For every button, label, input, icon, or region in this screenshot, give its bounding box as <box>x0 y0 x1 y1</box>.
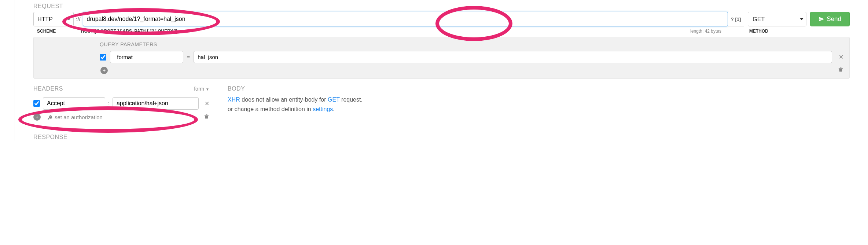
header-value-input[interactable] <box>113 97 199 110</box>
remove-header-icon[interactable]: ✕ <box>205 100 209 107</box>
field-labels-row: SCHEME HOST [ ":" PORT ] [ ABS_PATH [ "?… <box>33 29 850 34</box>
xhr-link[interactable]: XHR <box>228 96 240 103</box>
header-row: : ✕ <box>33 97 209 110</box>
key-icon <box>47 114 52 120</box>
add-header-icon[interactable]: + <box>33 113 41 121</box>
scheme-label: SCHEME <box>33 29 81 34</box>
header-key-input[interactable] <box>43 97 105 110</box>
length-text: length: 42 bytes <box>690 29 721 34</box>
query-param-value-input[interactable] <box>194 51 832 63</box>
query-parameters-panel: QUERY PARAMETERS = ✕ + <box>33 37 850 79</box>
method-get-link[interactable]: GET <box>328 96 340 103</box>
query-param-row: = ✕ <box>100 51 843 63</box>
query-param-key-input[interactable] <box>110 51 183 63</box>
caret-down-icon: ▼ <box>206 87 209 91</box>
request-section-title: REQUEST <box>33 0 850 10</box>
colon-sign: : <box>108 100 110 106</box>
method-select[interactable]: GET <box>748 12 806 26</box>
set-authorization-link[interactable]: set an authorization <box>47 114 103 120</box>
headers-mode-toggle[interactable]: form ▼ <box>194 86 209 92</box>
body-message: XHR does not allow an entity-body for GE… <box>228 95 850 114</box>
header-enable-checkbox[interactable] <box>33 100 40 107</box>
method-label: METHOD <box>747 29 806 34</box>
headers-section-title: HEADERS <box>33 85 63 92</box>
scheme-select[interactable]: HTTP <box>33 12 74 26</box>
request-bar: HTTP :// ? [1] GET Send <box>33 12 850 26</box>
send-icon <box>819 16 824 22</box>
settings-link[interactable]: settings <box>313 106 333 112</box>
equals-sign: = <box>187 54 190 60</box>
add-param-icon[interactable]: + <box>100 67 108 74</box>
url-input[interactable] <box>83 12 728 26</box>
response-section-title: RESPONSE <box>33 131 850 140</box>
send-label: Send <box>827 15 841 23</box>
body-section-title: BODY <box>228 85 850 92</box>
clear-headers-icon[interactable] <box>204 114 209 121</box>
url-hint[interactable]: ? [1] <box>728 12 744 26</box>
remove-param-icon[interactable]: ✕ <box>839 54 843 61</box>
send-button[interactable]: Send <box>810 12 850 26</box>
query-parameters-title: QUERY PARAMETERS <box>100 41 843 47</box>
clear-params-icon[interactable] <box>838 67 843 74</box>
host-label: HOST [ ":" PORT ] [ ABS_PATH [ "?" QUERY… <box>81 29 690 34</box>
query-param-enable-checkbox[interactable] <box>100 54 106 61</box>
scheme-separator: :// <box>74 12 83 26</box>
